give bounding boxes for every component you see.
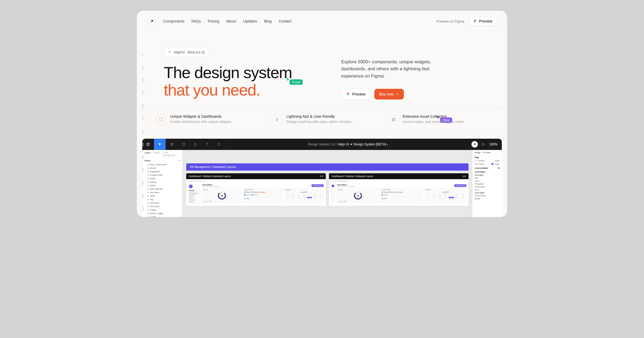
layers-panel[interactable]: LayersAssets✦ HR Management Pages+ Key C… <box>142 150 182 217</box>
settings-icon[interactable]: ⚙ <box>498 167 500 169</box>
play-icon[interactable] <box>482 142 485 146</box>
lightning-icon <box>272 114 283 125</box>
page-item[interactable]: Rating <box>144 180 180 184</box>
svg-point-2 <box>159 118 163 121</box>
svg-point-15 <box>219 145 220 145</box>
svg-rect-6 <box>394 120 395 121</box>
buy-now-button[interactable]: Buy now <box>374 89 404 100</box>
frame-tool-icon[interactable] <box>166 139 178 150</box>
dashboard-frame[interactable]: Dashboard / Sidebar Expanded Layout1.0 D… <box>186 173 326 206</box>
add-page-icon[interactable]: + <box>179 159 180 162</box>
nav-blog[interactable]: Blog <box>264 19 272 23</box>
page-item[interactable]: Text Input <box>144 205 180 208</box>
page-item[interactable]: Radio <box>144 177 180 180</box>
svg-rect-8 <box>148 143 149 144</box>
figma-icon <box>473 19 477 23</box>
page-item[interactable]: Tab Menu <box>144 191 180 194</box>
hero-preview-button[interactable]: Preview <box>341 89 371 100</box>
page-item[interactable]: Switch Toggle <box>144 212 180 215</box>
widgets-icon <box>156 114 166 125</box>
page-item[interactable]: Table <box>144 194 180 198</box>
feature-fast: Lightning-fast & User-friendlyDesign any… <box>272 114 372 125</box>
avatar[interactable] <box>471 141 478 148</box>
svg-point-13 <box>219 143 220 144</box>
zoom-level[interactable]: 100% <box>489 142 497 146</box>
svg-rect-5 <box>392 120 393 121</box>
svg-point-1 <box>348 94 349 95</box>
page-item[interactable]: Key Components <box>144 163 180 166</box>
cursor-ersad: Erşad <box>286 77 303 85</box>
nav-pricing[interactable]: Pricing <box>208 19 219 23</box>
logo[interactable] <box>148 17 156 25</box>
feature-assets: Extensive Asset CollectionAccess logos, … <box>388 114 488 125</box>
resources-icon[interactable] <box>213 139 225 150</box>
nav-faqs[interactable]: FAQs <box>191 19 201 23</box>
svg-rect-10 <box>148 145 149 146</box>
page-item[interactable]: Step Indicator <box>144 187 180 191</box>
preview-button-label: Preview <box>479 19 492 23</box>
svg-point-0 <box>475 21 476 22</box>
section-header: HR Management / Dashboard Layouts <box>186 163 469 171</box>
figma-file-title[interactable]: Design System 1.0 / Align UI ✦ Design Sy… <box>225 142 471 146</box>
move-tool-icon[interactable] <box>154 139 166 150</box>
svg-rect-4 <box>394 118 395 119</box>
design-panel[interactable]: DesignPrototype Page E5E5E5100% Pick The… <box>472 150 502 217</box>
figma-icon <box>346 92 350 96</box>
page-item[interactable]: Modal <box>144 166 180 170</box>
text-tool-icon[interactable] <box>201 139 213 150</box>
preview-button[interactable]: Preview <box>469 17 496 26</box>
sparkle-icon <box>168 50 171 54</box>
page-item[interactable]: Text Area <box>144 201 180 205</box>
assets-icon <box>388 114 399 125</box>
page-item[interactable]: Tag <box>144 198 180 201</box>
svg-rect-3 <box>392 118 393 119</box>
hero-description: Explore 5900+ components, unique widgets… <box>341 58 438 80</box>
page-item[interactable]: Toggle <box>144 208 180 212</box>
nav-contact[interactable]: Contact <box>279 19 291 23</box>
shape-tool-icon[interactable] <box>178 139 189 150</box>
svg-point-14 <box>218 145 218 145</box>
svg-rect-11 <box>182 143 184 145</box>
feature-widgets: Unique Widgets & DashboardsCreate dashbo… <box>156 114 256 125</box>
page-item[interactable]: Progress Bar <box>144 173 180 177</box>
page-item[interactable]: Pagination <box>144 170 180 173</box>
chevron-right-icon <box>396 93 399 96</box>
version-tag: AlignUI · Beta [v1.0] <box>164 48 208 57</box>
nav-components[interactable]: Components <box>163 19 184 23</box>
page-item[interactable]: Tooltip <box>144 215 180 217</box>
figma-canvas[interactable]: HR Management / Dashboard Layouts Dashbo… <box>182 150 472 217</box>
nav-updates[interactable]: Updates <box>243 19 257 23</box>
svg-point-12 <box>218 143 218 144</box>
dashboard-frame[interactable]: Dashboard / Sidebar Collapsed Layout1.0 … <box>329 173 469 206</box>
preview-figma-link[interactable]: Preview on Figma <box>436 19 464 23</box>
pen-tool-icon[interactable] <box>189 139 201 150</box>
nav-links: Components FAQs Pricing About Updates Bl… <box>163 19 291 23</box>
page-item[interactable]: Slider <box>144 184 180 187</box>
figma-screenshot: Design System 1.0 / Align UI ✦ Design Sy… <box>142 139 502 217</box>
nav-about[interactable]: About <box>226 19 236 23</box>
